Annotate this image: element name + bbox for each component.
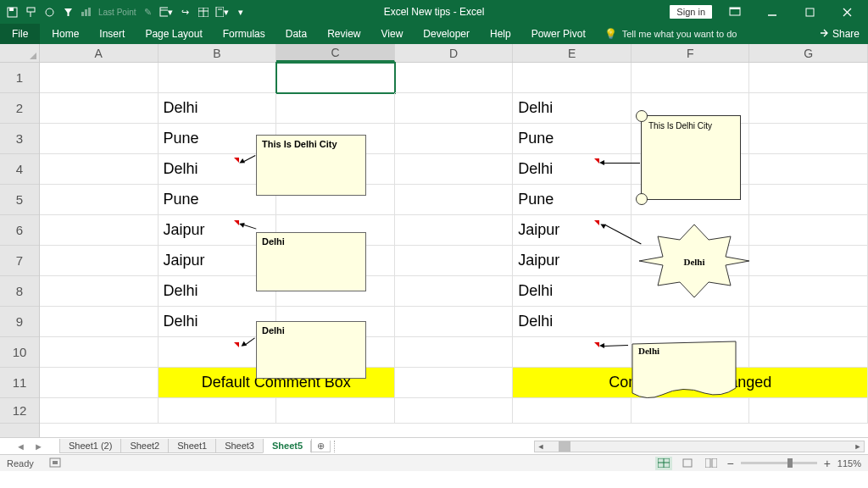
last-point-label[interactable]: Last Point [98,5,136,19]
cell-G10[interactable] [749,337,868,368]
col-G[interactable]: G [749,44,868,62]
cell-D4[interactable] [395,154,514,185]
form-icon[interactable]: ▾ [159,5,173,19]
comment-box-1[interactable]: This Is Delhi City [256,135,366,196]
zoom-slider[interactable] [741,462,817,464]
cell-C1[interactable] [276,63,395,93]
row-5[interactable]: 5 [0,185,39,215]
tab-home[interactable]: Home [42,24,89,44]
cell-G3[interactable] [749,124,868,154]
minimize-button[interactable] [758,0,787,24]
cell-B1[interactable] [159,63,277,93]
cell-E4[interactable]: Delhi [513,154,632,185]
cell-G7[interactable] [749,246,868,276]
row-4[interactable]: 4 [0,154,39,185]
cell-E5[interactable]: Pune [513,185,632,215]
sheet-tab-0[interactable]: Sheet1 (2) [59,439,121,453]
row-6[interactable]: 6 [0,215,39,246]
cell-G2[interactable] [749,93,868,124]
cell-D11[interactable] [395,368,514,398]
tab-data[interactable]: Data [275,24,317,44]
row-9[interactable]: 9 [0,307,39,337]
row-10[interactable]: 10 [0,337,39,368]
row-1[interactable]: 1 [0,63,39,93]
cell-E2[interactable]: Delhi [513,93,632,124]
zoom-out-button[interactable]: − [726,457,733,470]
close-button[interactable] [832,0,861,24]
comment-star[interactable]: Delhi [639,225,749,297]
sheet-tab-1[interactable]: Sheet2 [120,439,169,453]
comment-box-2[interactable]: Delhi [256,232,366,291]
cell-A5[interactable] [40,185,159,215]
row-12[interactable]: 12 [0,398,39,424]
cell-G4[interactable] [749,154,868,185]
col-F[interactable]: F [632,44,750,62]
cell-A11[interactable] [40,368,159,398]
cell-A2[interactable] [40,93,159,124]
sheet-tab-3[interactable]: Sheet3 [215,439,264,453]
col-C[interactable]: C [276,44,395,62]
cell-D1[interactable] [395,63,514,93]
format-icon[interactable] [24,5,37,19]
cell-D12[interactable] [395,398,514,424]
row-7[interactable]: 7 [0,246,39,276]
cell-G12[interactable] [749,398,868,424]
redo-icon[interactable]: ↪ [178,5,192,19]
cell-B2[interactable]: Delhi [159,93,277,124]
comment-wave[interactable]: Delhi [628,337,740,403]
cell-E7[interactable]: Jaipur [513,246,632,276]
row-8[interactable]: 8 [0,276,39,307]
cell-A10[interactable] [40,337,159,368]
cell-A4[interactable] [40,154,159,185]
cell-A6[interactable] [40,215,159,246]
chart-icon[interactable] [80,5,93,19]
comment-box-3[interactable]: Delhi [256,321,366,379]
cell-G8[interactable] [749,276,868,307]
cell-E1[interactable] [513,63,632,93]
cell-E3[interactable]: Pune [513,124,632,154]
cell-G1[interactable] [749,63,868,93]
cell-E6[interactable]: Jaipur [513,215,632,246]
cell-D8[interactable] [395,276,514,307]
cell-G6[interactable] [749,215,868,246]
cell-G9[interactable] [749,307,868,337]
col-D[interactable]: D [395,44,514,62]
share-button[interactable]: Share [819,28,860,41]
tell-me-search[interactable]: 💡 Tell me what you want to do [596,28,746,40]
tab-help[interactable]: Help [480,24,521,44]
sheet-nav[interactable]: ◄ ► [0,441,59,452]
maximize-button[interactable] [795,0,824,24]
zoom-level[interactable]: 115% [837,458,861,469]
new-sheet-button[interactable]: ⊕ [310,441,331,452]
save-icon[interactable] [5,5,19,19]
tab-insert[interactable]: Insert [89,24,135,44]
ribbon-options-icon[interactable] [721,0,749,24]
tab-review[interactable]: Review [317,24,370,44]
cell-E10[interactable] [513,337,632,368]
cell-D3[interactable] [395,124,514,154]
row-3[interactable]: 3 [0,124,39,154]
tab-view[interactable]: View [371,24,414,44]
view-page-layout-icon[interactable] [679,457,696,470]
col-A[interactable]: A [40,44,159,62]
cell-C2[interactable] [276,93,395,124]
sheet-tab-2[interactable]: Sheet1 [168,439,216,453]
tab-developer[interactable]: Developer [413,24,480,44]
cell-D6[interactable] [395,215,514,246]
scroll-right-icon[interactable]: ► [852,441,864,452]
comment-marker-b9[interactable] [234,342,239,347]
cell-D2[interactable] [395,93,514,124]
cell-A3[interactable] [40,124,159,154]
sign-in-button[interactable]: Sign in [670,5,712,19]
cell-E8[interactable]: Delhi [513,276,632,307]
file-tab[interactable]: File [0,24,40,44]
sheet-next-icon[interactable]: ► [34,441,43,452]
cell-A1[interactable] [40,63,159,93]
row-2[interactable]: 2 [0,93,39,124]
more-icon[interactable]: ▾ [234,5,248,19]
view-page-break-icon[interactable] [703,457,720,470]
scroll-left-icon[interactable]: ◄ [535,441,547,452]
cell-A7[interactable] [40,246,159,276]
macro-record-icon[interactable] [49,458,61,469]
cell-E9[interactable]: Delhi [513,307,632,337]
